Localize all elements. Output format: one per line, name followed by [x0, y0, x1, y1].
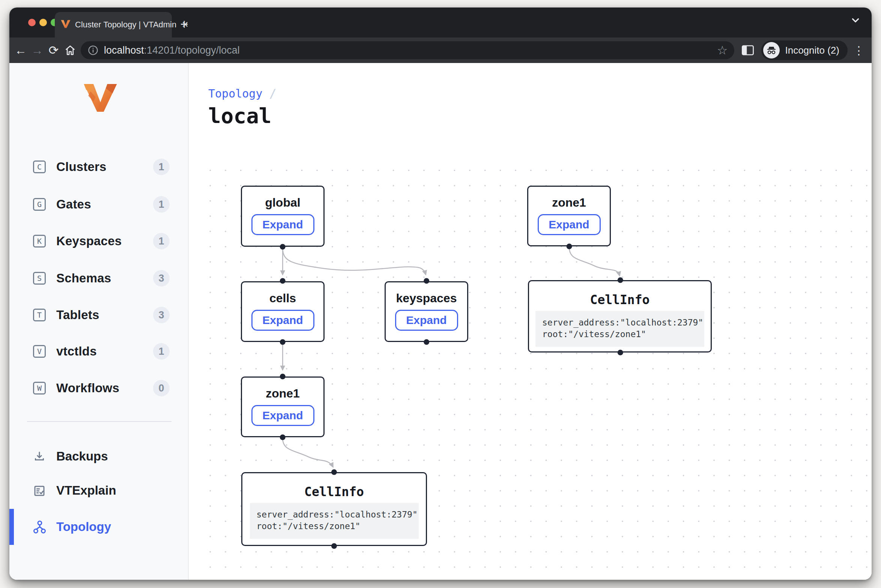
cellinfo-line: server_address:"localhost:2379" — [542, 317, 698, 328]
screenshot: Cluster Topology | VTAdmin ✕ + ← → ⟳ — [0, 0, 881, 588]
sidebar-item-label: Schemas — [56, 266, 111, 290]
cellinfo-line: root:"/vitess/zone1" — [542, 328, 698, 340]
new-tab-button[interactable]: + — [177, 17, 192, 32]
sidebar-item-topology[interactable]: Topology — [9, 515, 188, 539]
site-info-icon[interactable] — [87, 45, 99, 56]
browser-toolbar: ← → ⟳ localhost:14201/topology/local ☆ — [9, 38, 872, 63]
active-nav-indicator — [9, 509, 14, 545]
expand-button[interactable]: Expand — [395, 310, 458, 331]
vtadmin-page: C Clusters 1 G Gates 1 K Keyspaces 1 S S… — [9, 63, 872, 580]
workflows-icon: W — [33, 382, 46, 394]
count-badge: 1 — [153, 196, 170, 213]
breadcrumb: Topology / — [208, 86, 277, 100]
sidebar-item-label: Backups — [56, 444, 108, 468]
node-title: keyspaces — [396, 291, 457, 305]
back-button[interactable]: ← — [12, 44, 29, 57]
expand-button[interactable]: Expand — [251, 214, 314, 235]
node-keyspaces: keyspaces Expand — [385, 281, 468, 342]
sidebar-item-backups[interactable]: Backups — [9, 444, 188, 468]
sidebar-item-keyspaces[interactable]: K Keyspaces 1 — [9, 229, 188, 253]
node-zone1-lower: zone1 Expand — [241, 376, 325, 437]
sidebar-item-tablets[interactable]: T Tablets 3 — [9, 303, 188, 327]
sidebar-item-label: Keyspaces — [56, 229, 122, 253]
node-title: CellInfo — [304, 484, 364, 499]
window-close-button[interactable] — [28, 19, 36, 26]
count-badge: 1 — [153, 233, 170, 249]
sidebar-item-label: Tablets — [56, 303, 99, 327]
url-host: localhost — [104, 45, 144, 56]
expand-button[interactable]: Expand — [251, 310, 314, 331]
sidebar-item-label: Workflows — [56, 376, 119, 400]
count-badge: 3 — [153, 307, 170, 323]
sidebar-item-label: Topology — [56, 515, 111, 539]
cellinfo-code: server_address:"localhost:2379" root:"/v… — [535, 311, 704, 347]
topology-icon — [32, 520, 47, 534]
count-badge: 3 — [153, 270, 170, 286]
node-title: global — [265, 196, 300, 210]
vtctlds-icon: V — [33, 345, 46, 358]
expand-button[interactable]: Expand — [251, 405, 314, 426]
node-cellinfo-right: CellInfo server_address:"localhost:2379"… — [528, 280, 712, 352]
node-title: zone1 — [266, 387, 300, 400]
sidebar-item-label: Clusters — [56, 155, 107, 179]
sidebar-item-gates[interactable]: G Gates 1 — [9, 192, 188, 216]
sidebar-divider — [27, 421, 171, 422]
page-title: local — [208, 104, 272, 128]
incognito-icon — [763, 42, 780, 58]
cellinfo-line: root:"/vitess/zone1" — [257, 520, 412, 532]
sidebar-item-clusters[interactable]: C Clusters 1 — [9, 155, 188, 179]
sidebar-item-workflows[interactable]: W Workflows 0 — [9, 376, 188, 400]
gates-icon: G — [33, 198, 46, 211]
count-badge: 1 — [153, 343, 170, 360]
window-minimize-button[interactable] — [39, 19, 47, 26]
breadcrumb-topology-link[interactable]: Topology — [208, 87, 263, 100]
sidebar-item-label: Gates — [56, 192, 91, 216]
browser-tab[interactable]: Cluster Topology | VTAdmin ✕ — [55, 12, 172, 38]
expand-button[interactable]: Expand — [538, 214, 601, 235]
node-title: zone1 — [552, 196, 586, 210]
home-button[interactable] — [62, 44, 78, 57]
sidebar-item-vtctlds[interactable]: V vtctlds 1 — [9, 339, 188, 363]
topology-canvas: Topology / local global Expand zone1 Exp… — [189, 63, 872, 580]
document-check-icon — [32, 484, 47, 498]
clusters-icon: C — [33, 160, 46, 173]
sidebar-item-vtexplain[interactable]: VTExplain — [9, 478, 188, 502]
browser-window: Cluster Topology | VTAdmin ✕ + ← → ⟳ — [9, 8, 872, 580]
url-text: localhost:14201/topology/local — [104, 45, 240, 56]
node-zone1-right: zone1 Expand — [527, 186, 611, 246]
url-bar[interactable]: localhost:14201/topology/local ☆ — [81, 41, 734, 59]
incognito-label: Incognito (2) — [785, 45, 839, 56]
forward-button[interactable]: → — [29, 44, 45, 57]
vitess-logo — [83, 82, 118, 113]
cellinfo-line: server_address:"localhost:2379" — [257, 509, 412, 520]
count-badge: 0 — [153, 380, 170, 396]
keyspaces-icon: K — [33, 235, 46, 248]
sidebar-item-schemas[interactable]: S Schemas 3 — [9, 266, 188, 290]
node-cellinfo-bottom: CellInfo server_address:"localhost:2379"… — [241, 472, 427, 546]
reload-button[interactable]: ⟳ — [45, 43, 62, 57]
node-title: cells — [269, 291, 296, 305]
schemas-icon: S — [33, 272, 46, 285]
tab-title: Cluster Topology | VTAdmin — [75, 20, 176, 30]
cellinfo-code: server_address:"localhost:2379" root:"/v… — [250, 503, 419, 539]
bookmark-star-icon[interactable]: ☆ — [717, 43, 728, 57]
sidebar-item-label: VTExplain — [56, 478, 116, 502]
url-path: :14201/topology/local — [144, 45, 240, 56]
breadcrumb-separator: / — [269, 86, 277, 100]
browser-menu-icon[interactable]: ⋮ — [851, 44, 866, 57]
node-global: global Expand — [241, 186, 325, 247]
favicon-vitess-icon — [61, 20, 71, 30]
tab-search-chevron-icon[interactable] — [850, 14, 861, 27]
download-icon — [32, 450, 47, 464]
count-badge: 1 — [153, 159, 170, 175]
sidebar-item-label: vtctlds — [56, 339, 97, 363]
node-cells: cells Expand — [241, 281, 325, 342]
side-panel-icon[interactable] — [741, 44, 755, 56]
incognito-badge[interactable]: Incognito (2) — [761, 40, 848, 60]
tablets-icon: T — [33, 309, 46, 321]
tab-strip: Cluster Topology | VTAdmin ✕ + — [9, 8, 872, 38]
sidebar: C Clusters 1 G Gates 1 K Keyspaces 1 S S… — [9, 63, 189, 580]
node-title: CellInfo — [590, 292, 650, 307]
